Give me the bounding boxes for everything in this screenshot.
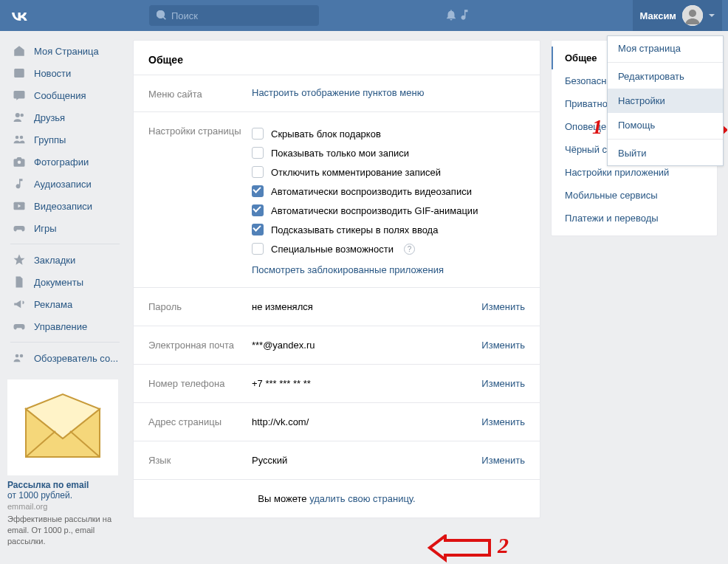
sidebar: Моя Страница Новости Сообщения Друзья Гр… [0, 31, 126, 547]
community-icon [12, 351, 27, 365]
nav-video[interactable]: Видеозаписи [7, 195, 126, 217]
svg-point-4 [21, 114, 24, 117]
menu-configure-link[interactable]: Настроить отображение пунктов меню [252, 87, 424, 98]
address-change[interactable]: Изменить [481, 416, 525, 427]
lang-label: Язык [148, 455, 252, 466]
checkbox-row[interactable]: Специальные возможности? [252, 239, 525, 258]
checkbox-row[interactable]: Автоматически воспроизводить видеозаписи [252, 182, 525, 201]
page-title: Общее [134, 41, 540, 75]
svg-point-7 [18, 161, 21, 165]
phone-change[interactable]: Изменить [481, 378, 525, 389]
nav-messages[interactable]: Сообщения [7, 84, 126, 106]
lang-value: Русский [252, 455, 481, 466]
checkbox-row[interactable]: Подсказывать стикеры в полях ввода [252, 220, 525, 239]
svg-point-3 [16, 113, 20, 117]
delete-footer: Вы можете удалить свою страницу. [134, 480, 540, 517]
topbar: Поиск Максим [0, 0, 728, 31]
checkbox-row[interactable]: Отключить комментирование записей [252, 162, 525, 182]
checkbox[interactable] [252, 243, 264, 255]
nav-ads[interactable]: Реклама [7, 293, 126, 315]
nav-groups[interactable]: Группы [7, 128, 126, 151]
checkbox-row[interactable]: Автоматически воспроизводить GIF-анимаци… [252, 201, 525, 220]
menu-label: Меню сайта [148, 87, 252, 100]
checkbox-label: Скрывать блок подарков [271, 128, 381, 140]
music-top-icon[interactable] [458, 8, 471, 24]
search-icon [157, 10, 167, 21]
svg-point-6 [20, 136, 24, 140]
tab-item[interactable]: Платежи и переводы [552, 207, 717, 230]
address-label: Адрес страницы [148, 416, 252, 427]
ad-domain: emmail.org [7, 502, 118, 511]
nav-bookmarks[interactable]: Закладки [7, 249, 126, 271]
dropdown-settings[interactable]: Настройки [608, 89, 723, 113]
checkbox[interactable] [252, 185, 264, 197]
checkbox[interactable] [252, 166, 264, 178]
nav-manage[interactable]: Управление [7, 315, 126, 337]
groups-icon [12, 132, 27, 147]
annotation-2: 2 [498, 533, 509, 547]
checkbox-label: Показывать только мои записи [271, 148, 409, 159]
address-value: http://vk.com/ [252, 416, 481, 427]
nav-documents[interactable]: Документы [7, 271, 126, 293]
ad-title: Рассылка по email [7, 480, 118, 490]
checkbox-label: Подсказывать стикеры в полях ввода [271, 224, 438, 235]
user-name: Максим [640, 10, 676, 21]
friends-icon [12, 110, 27, 125]
password-label: Пароль [148, 301, 252, 312]
news-icon [12, 66, 27, 80]
lang-change[interactable]: Изменить [481, 455, 525, 466]
gamepad-icon [12, 221, 27, 235]
nav-news[interactable]: Новости [7, 62, 126, 84]
blocked-apps-link[interactable]: Посмотреть заблокированные приложения [252, 264, 444, 275]
phone-label: Номер телефона [148, 378, 252, 389]
phone-value: +7 *** *** ** ** [252, 378, 481, 389]
nav-audio[interactable]: Аудиозаписи [7, 173, 126, 195]
vk-logo[interactable] [6, 6, 38, 25]
email-value: ***@yandex.ru [252, 340, 481, 351]
checkbox-label: Специальные возможности [271, 244, 394, 255]
checkbox-label: Отключить комментирование записей [271, 167, 441, 178]
checkbox[interactable] [252, 204, 264, 216]
user-menu-trigger[interactable]: Максим [633, 0, 722, 31]
password-value: не изменялся [252, 301, 481, 312]
checkbox[interactable] [252, 224, 264, 235]
email-change[interactable]: Изменить [481, 340, 525, 351]
help-icon[interactable]: ? [404, 244, 415, 255]
ad-description: Эффективные рассылки на email. От 1000 р… [7, 514, 118, 547]
gamepad2-icon [12, 319, 27, 334]
dropdown-help[interactable]: Помощь [608, 113, 723, 137]
avatar [682, 5, 703, 26]
page-settings-label: Настройки страницы [148, 124, 252, 137]
svg-point-9 [16, 354, 19, 358]
dropdown-edit[interactable]: Редактировать [608, 64, 723, 89]
nav-friends[interactable]: Друзья [7, 106, 126, 128]
search-box[interactable]: Поиск [149, 5, 319, 26]
megaphone-icon [12, 297, 27, 312]
annotation-1: 1 [592, 115, 602, 139]
music-icon [12, 176, 27, 191]
checkbox-row[interactable]: Скрывать блок подарков [252, 124, 525, 143]
ad-subtitle: от 1000 рублей. [7, 490, 118, 501]
ad-block[interactable]: Рассылка по email от 1000 рублей. emmail… [7, 379, 118, 547]
delete-page-link[interactable]: удалить свою страницу. [309, 493, 416, 504]
nav-observer[interactable]: Обозреватель со... [7, 347, 126, 369]
user-dropdown: Моя страница Редактировать Настройки Пом… [607, 35, 724, 166]
nav-my-page[interactable]: Моя Страница [7, 40, 126, 62]
dropdown-logout[interactable]: Выйти [608, 141, 723, 165]
checkbox[interactable] [252, 128, 264, 140]
nav-photos[interactable]: Фотографии [7, 151, 126, 173]
svg-point-10 [20, 354, 24, 358]
password-change[interactable]: Изменить [481, 301, 525, 312]
checkbox-row[interactable]: Показывать только мои записи [252, 143, 525, 162]
star-icon [12, 252, 27, 267]
tab-item[interactable]: Мобильные сервисы [552, 184, 717, 207]
notifications-icon[interactable] [444, 8, 458, 24]
camera-icon [12, 154, 27, 169]
dropdown-my-page[interactable]: Моя страница [608, 36, 723, 61]
checkbox[interactable] [252, 147, 264, 159]
nav-games[interactable]: Игры [7, 217, 126, 239]
search-placeholder: Поиск [171, 10, 198, 21]
ad-image [7, 379, 118, 475]
message-icon [12, 88, 27, 103]
settings-card: Общее Меню сайта Настроить отображение п… [133, 40, 540, 518]
